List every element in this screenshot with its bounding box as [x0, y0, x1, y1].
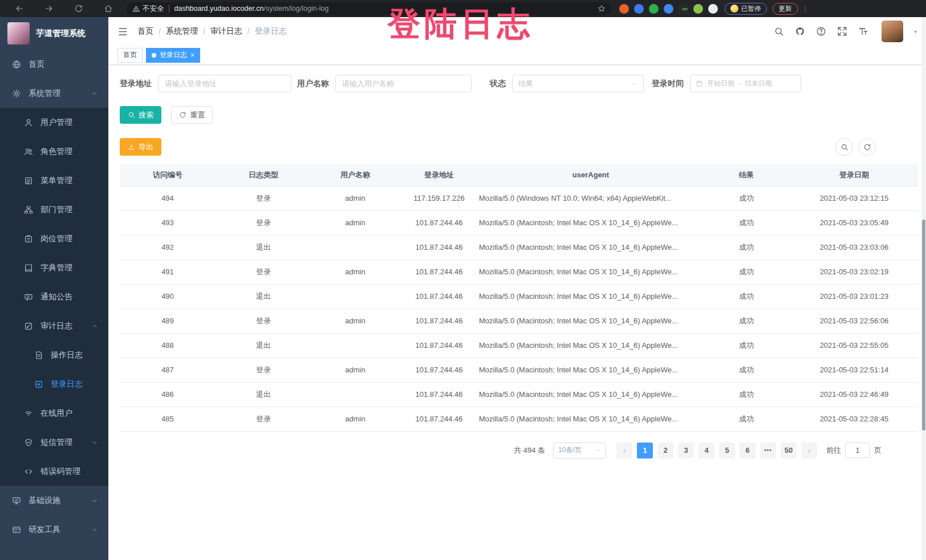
- table-cell: 101.87.244.46: [399, 333, 479, 358]
- puzzle-extension-icon[interactable]: [708, 4, 718, 14]
- table-row: 487登录admin101.87.244.46Mozilla/5.0 (Maci…: [120, 358, 918, 382]
- breadcrumb-separator: /: [203, 27, 205, 36]
- table-cell: 2021-05-03 22:46:49: [790, 382, 918, 407]
- sidebar-item-online[interactable]: 在线用户: [0, 399, 108, 428]
- github-icon[interactable]: [795, 26, 805, 36]
- username-input[interactable]: [335, 75, 472, 92]
- sidebar-item-tree[interactable]: 部门管理: [0, 195, 108, 224]
- table-cell: 101.87.244.46: [399, 259, 479, 284]
- sidebar-item-user[interactable]: 用户管理: [0, 108, 108, 137]
- bookmark-star-icon[interactable]: [598, 5, 606, 13]
- font-size-icon[interactable]: [858, 26, 868, 36]
- page-button-6[interactable]: 6: [740, 443, 756, 458]
- browser-back-icon[interactable]: [5, 4, 34, 13]
- page-button-3[interactable]: 3: [678, 443, 694, 458]
- sidebar-item-gear[interactable]: 系统管理: [0, 79, 108, 108]
- sidebar-item-infra[interactable]: 基础设施: [0, 486, 108, 515]
- book-icon: [24, 263, 33, 273]
- date-range-picker[interactable]: 开始日期 - 结束日期: [690, 75, 801, 92]
- sidebar-item-code[interactable]: 错误码管理: [0, 457, 108, 486]
- logo-row: 芋道管理系统: [0, 17, 108, 50]
- table-cell: 成功: [702, 358, 790, 382]
- table-header-row: 访问编号日志类型用户名称登录地址userAgent结果登录日期: [120, 164, 918, 186]
- sidebar-item-megaphone[interactable]: 通知公告: [0, 282, 108, 311]
- start-date-placeholder: 开始日期: [707, 79, 734, 88]
- table-cell: 成功: [702, 382, 790, 407]
- breadcrumb-item[interactable]: 系统管理: [166, 26, 198, 36]
- sidebar-item-tools[interactable]: 研发工具: [0, 515, 108, 544]
- goto-page-input[interactable]: [845, 443, 870, 458]
- user-avatar[interactable]: [882, 21, 903, 42]
- sidebar-item-login[interactable]: 登录日志: [0, 370, 108, 399]
- page-button-50[interactable]: 50: [781, 443, 797, 458]
- green-check-extension-icon[interactable]: [649, 4, 659, 14]
- tree-icon: [24, 205, 33, 214]
- tag-active[interactable]: 登录日志×: [146, 48, 200, 63]
- table-cell: 486: [120, 382, 216, 407]
- table-cell: [311, 382, 399, 407]
- status-label: 状态: [490, 79, 506, 89]
- goto-page: 前往 页: [826, 443, 882, 458]
- firefox-extension-icon[interactable]: [619, 4, 629, 14]
- avatar-caret-icon[interactable]: ▾: [914, 29, 917, 35]
- browser-menu-icon[interactable]: ⋮: [802, 5, 809, 13]
- table-cell: Mozilla/5.0 (Macintosh; Intel Mac OS X 1…: [479, 407, 702, 431]
- breadcrumb-item[interactable]: 审计日志: [210, 26, 242, 36]
- sidebar-item-audit[interactable]: 审计日志: [0, 311, 108, 340]
- filter-row: 登录地址 用户名称 状态 结果 登录时间 开始日期 - 结束日期: [120, 75, 917, 92]
- page-button-4[interactable]: 4: [698, 443, 714, 458]
- status-select[interactable]: 结果: [512, 75, 644, 92]
- address-input[interactable]: [158, 75, 291, 92]
- adblock-on-extension-icon[interactable]: on: [679, 4, 688, 14]
- prev-page-icon[interactable]: ‹: [616, 443, 632, 458]
- sidebar-item-menu[interactable]: 菜单管理: [0, 166, 108, 195]
- sidebar-item-book[interactable]: 字典管理: [0, 253, 108, 282]
- refresh-table-icon[interactable]: [858, 138, 876, 156]
- total-count: 共 494 条: [514, 445, 545, 456]
- table-cell: 2021-05-03 23:05:49: [790, 210, 918, 235]
- page-button-1[interactable]: 1: [637, 443, 653, 458]
- browser-home-icon[interactable]: [94, 4, 123, 13]
- grid-extension-icon[interactable]: [664, 4, 673, 14]
- page-size-select[interactable]: 10条/页: [553, 443, 606, 458]
- sidebar-item-badge[interactable]: 岗位管理: [0, 224, 108, 253]
- toggle-search-icon[interactable]: [835, 138, 853, 156]
- sidebar-item-users[interactable]: 角色管理: [0, 137, 108, 166]
- table-cell: admin: [311, 358, 399, 382]
- more-pages-button[interactable]: •••: [760, 443, 776, 458]
- table-cell: Mozilla/5.0 (Macintosh; Intel Mac OS X 1…: [479, 333, 702, 358]
- location-extension-icon[interactable]: [634, 4, 644, 14]
- table-cell: 494: [120, 186, 216, 210]
- search-button[interactable]: 搜索: [120, 106, 161, 124]
- table-cell: 2021-05-03 23:01:23: [790, 284, 918, 309]
- page-button-5[interactable]: 5: [719, 443, 735, 458]
- close-tag-icon[interactable]: ×: [190, 52, 194, 59]
- header-search-icon[interactable]: [774, 26, 784, 36]
- username-label: 用户名称: [297, 79, 329, 89]
- table-row: 493登录admin101.87.244.46Mozilla/5.0 (Maci…: [120, 210, 918, 235]
- next-page-icon[interactable]: ›: [801, 443, 817, 458]
- table-cell: 485: [120, 407, 216, 431]
- sidebar-item-doc[interactable]: 操作日志: [0, 340, 108, 370]
- fullscreen-icon[interactable]: [837, 26, 847, 36]
- sidebar-item-sms[interactable]: 短信管理: [0, 428, 108, 457]
- docs-help-icon[interactable]: [816, 26, 826, 36]
- table-cell: admin: [311, 186, 399, 210]
- reset-button[interactable]: 重置: [171, 106, 213, 124]
- paused-chip[interactable]: 已暂停: [725, 3, 767, 15]
- page-button-2[interactable]: 2: [657, 443, 673, 458]
- table-cell: 登录: [216, 309, 311, 333]
- table-cell: Mozilla/5.0 (Macintosh; Intel Mac OS X 1…: [479, 382, 702, 407]
- browser-forward-icon[interactable]: [34, 4, 64, 13]
- sidebar-item-dashboard[interactable]: 首页: [0, 50, 108, 79]
- breadcrumb-item[interactable]: 首页: [137, 26, 153, 36]
- browser-reload-icon[interactable]: [64, 4, 94, 13]
- tag-item[interactable]: 首页: [117, 48, 143, 63]
- plant-extension-icon[interactable]: [693, 4, 703, 14]
- export-button[interactable]: 导出: [120, 138, 161, 156]
- sidebar-toggle-icon[interactable]: [117, 26, 128, 37]
- scrollbar-thumb[interactable]: [922, 220, 925, 431]
- address-bar[interactable]: 不安全 dashboard.yudao.iocoder.cn /system/l…: [127, 2, 611, 15]
- update-button[interactable]: 更新: [773, 3, 798, 15]
- menu-icon: [24, 176, 33, 185]
